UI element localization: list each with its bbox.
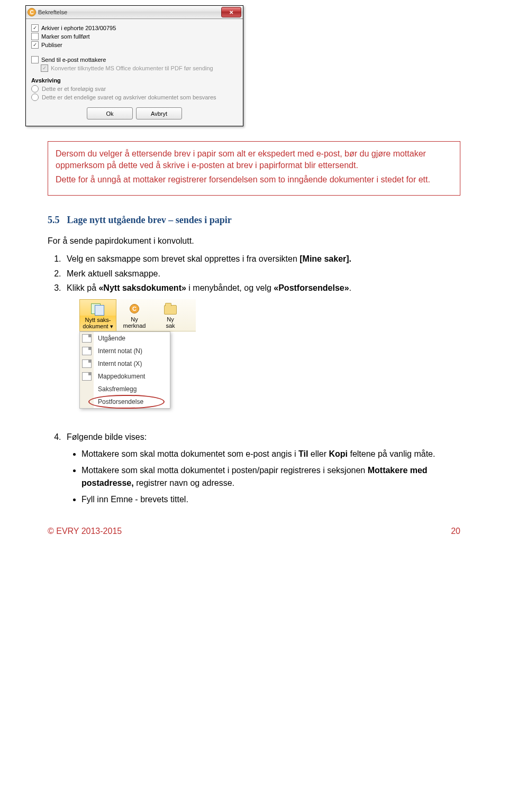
- ribbon-ny-sak[interactable]: Nysak: [152, 299, 188, 331]
- checkbox-label: Publiser: [41, 42, 62, 48]
- page-icon: [82, 347, 92, 355]
- checkbox-icon: [31, 56, 39, 63]
- dropdown-internt-x[interactable]: Internt notat (X): [80, 357, 170, 370]
- radio-icon: [31, 94, 39, 101]
- dropdown-internt-n[interactable]: Internt notat (N): [80, 345, 170, 357]
- dropdown-postforsendelse[interactable]: Postforsendelse: [80, 395, 170, 408]
- checkbox-icon: [41, 64, 48, 72]
- footer-copyright: © EVRY 2013-2015: [48, 527, 122, 536]
- ribbon-nytt-saksdokument[interactable]: Nytt saks-dokument ▾: [79, 299, 116, 331]
- app-icon: C: [28, 8, 36, 16]
- page-icon: [82, 372, 92, 381]
- checkbox-konverter-row: Konverter tilknyttede MS Office dokument…: [41, 64, 238, 72]
- avskriving-section-label: Avskriving: [31, 77, 238, 84]
- folder-icon: [164, 305, 177, 315]
- warning-box: Dersom du velger å ettersende brev i pap…: [48, 141, 460, 196]
- heading-number: 5.5: [48, 215, 60, 225]
- steps-list: Velg en saksmappe som brevet skal oppret…: [64, 252, 460, 295]
- checkbox-label: Arkiver i ephorte 2013/00795: [41, 25, 116, 31]
- checkbox-archive-row[interactable]: Arkiver i ephorte 2013/00795: [31, 24, 238, 32]
- close-button[interactable]: ✕: [221, 7, 241, 17]
- checkbox-publiser-row[interactable]: Publiser: [31, 41, 238, 49]
- bekreftelse-dialog: C Bekreftelse ✕ Arkiver i ephorte 2013/0…: [25, 5, 243, 126]
- checkbox-icon: [31, 33, 39, 40]
- page-footer: © EVRY 2013-2015 20: [48, 527, 460, 536]
- step-1: Velg en saksmappe som brevet skal oppret…: [64, 252, 460, 266]
- warning-text-1: Dersom du velger å ettersende brev i pap…: [56, 148, 452, 171]
- warning-text-2: Dette for å unngå at mottaker registrere…: [56, 174, 452, 186]
- radio-label: Dette er et foreløpig svar: [42, 86, 106, 92]
- dropdown-saksfremlegg[interactable]: Saksfremlegg: [80, 383, 170, 395]
- checkbox-label: Send til e-post mottakere: [41, 57, 106, 63]
- step-4-list: Følgende bilde vises: Mottakere som skal…: [64, 431, 460, 505]
- avbryt-button[interactable]: Avbryt: [136, 107, 182, 119]
- checkbox-icon: [31, 41, 39, 49]
- note-icon: C: [130, 304, 139, 313]
- chevron-down-icon: ▾: [110, 323, 113, 329]
- menu-screenshot: Nytt saks-dokument ▾ C Nymerknad Nysak U…: [79, 299, 196, 409]
- documents-icon: [91, 303, 105, 315]
- ok-button[interactable]: Ok: [87, 107, 133, 119]
- ribbon: Nytt saks-dokument ▾ C Nymerknad Nysak: [79, 299, 196, 331]
- bullet-2: Mottakere som skal motta dokumentet i po…: [81, 464, 460, 488]
- dropdown-mappedokument[interactable]: Mappedokument: [80, 370, 170, 383]
- section-heading-55: 5.5Lage nytt utgående brev – sendes i pa…: [48, 215, 460, 226]
- step-4: Følgende bilde vises: Mottakere som skal…: [64, 431, 460, 505]
- dialog-title: Bekreftelse: [38, 9, 67, 15]
- bullet-3: Fyll inn Emne - brevets tittel.: [81, 493, 460, 505]
- checkbox-label: Konverter tilknyttede MS Office dokument…: [51, 65, 213, 71]
- footer-page-number: 20: [451, 527, 460, 536]
- radio-icon: [31, 85, 39, 93]
- radio-endelig-row[interactable]: Dette er det endelige svaret og avskrive…: [31, 94, 238, 101]
- step-3: Klikk på «Nytt saksdokument» i menybånde…: [64, 281, 460, 295]
- dialog-titlebar: C Bekreftelse ✕: [26, 6, 243, 19]
- intro-text: For å sende papirdokument i konvolutt.: [48, 235, 460, 247]
- close-icon: ✕: [229, 10, 233, 15]
- ribbon-ny-merknad[interactable]: C Nymerknad: [116, 299, 152, 331]
- bullet-1: Mottakere som skal motta dokumentet som …: [81, 448, 460, 460]
- step-2: Merk aktuell saksmappe.: [64, 267, 460, 281]
- page-icon: [82, 334, 92, 343]
- radio-label: Dette er det endelige svaret og avskrive…: [42, 94, 216, 100]
- checkbox-icon: [31, 24, 39, 32]
- page-icon: [82, 359, 92, 368]
- heading-title: Lage nytt utgående brev – sendes i papir: [67, 215, 232, 225]
- checkbox-label: Marker som fullført: [41, 33, 90, 40]
- dropdown-menu: Utgående Internt notat (N) Internt notat…: [79, 331, 170, 409]
- radio-forelopig-row[interactable]: Dette er et foreløpig svar: [31, 85, 238, 93]
- checkbox-fullfort-row[interactable]: Marker som fullført: [31, 33, 238, 40]
- checkbox-sendepost-row[interactable]: Send til e-post mottakere: [31, 56, 238, 63]
- dropdown-utgaende[interactable]: Utgående: [80, 332, 170, 345]
